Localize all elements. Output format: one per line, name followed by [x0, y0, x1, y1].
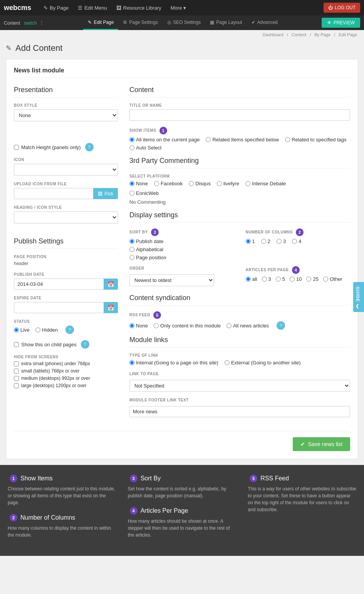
platform-intense-radio[interactable]	[245, 181, 250, 186]
columns-3-radio[interactable]	[277, 239, 282, 244]
nav-edit-menu[interactable]: ☰ Edit Menu	[73, 5, 112, 11]
articles-other-radio[interactable]	[323, 277, 328, 282]
box-style-select[interactable]: None Box 1 Box 2 Box 3	[14, 109, 118, 121]
sort-publish-date-option[interactable]: Publish date	[129, 238, 164, 244]
platform-none-option[interactable]: None	[129, 181, 148, 186]
platform-facebook-option[interactable]: Facebook	[154, 181, 183, 186]
sort-alphabetical-option[interactable]: Alphabetical	[129, 247, 163, 252]
nav-resource-library[interactable]: 🖼 Resource Library	[112, 5, 166, 11]
link-internal-radio[interactable]	[129, 360, 134, 365]
sort-page-position-radio[interactable]	[129, 255, 134, 260]
title-or-name-input[interactable]	[129, 109, 350, 121]
articles-10-option[interactable]: 10	[290, 276, 302, 282]
show-items-all-option[interactable]: All items on the current page	[129, 137, 200, 143]
articles-5-option[interactable]: 5	[276, 276, 285, 282]
show-child-pages-label[interactable]: Show this on child pages ?	[14, 340, 118, 349]
articles-25-option[interactable]: 25	[306, 276, 318, 282]
link-to-page-select[interactable]: Not Specified	[129, 380, 350, 392]
show-items-auto-option[interactable]: Auto Select	[129, 145, 162, 151]
tab-page-settings[interactable]: ⚙ Page Settings	[118, 15, 163, 30]
platform-livefyre-option[interactable]: livefyre	[217, 181, 239, 186]
tab-edit-page[interactable]: ✎ Edit Page	[83, 15, 118, 30]
expire-date-input[interactable]	[14, 302, 104, 313]
switch-link[interactable]: switch	[24, 20, 37, 26]
platform-eonicweb-radio[interactable]	[129, 191, 134, 196]
columns-1-radio[interactable]	[246, 239, 251, 244]
rss-none-option[interactable]: None	[129, 323, 148, 329]
logout-button[interactable]: ⏻ LOG OUT	[324, 3, 360, 13]
hide-medium-checkbox[interactable]	[14, 376, 19, 381]
articles-3-option[interactable]: 3	[262, 276, 271, 282]
tab-advanced[interactable]: ✔ Advanced	[247, 15, 282, 30]
platform-livefyre-radio[interactable]	[217, 181, 222, 186]
match-height-label[interactable]: Match Height (panels only) ?	[14, 143, 118, 151]
rss-none-radio[interactable]	[129, 323, 134, 328]
link-external-radio[interactable]	[225, 360, 230, 365]
upload-icon-input[interactable]	[14, 188, 93, 199]
status-help-button[interactable]: ?	[65, 326, 74, 334]
articles-all-radio[interactable]	[246, 277, 251, 282]
nav-more[interactable]: More ▾	[166, 5, 191, 11]
platform-facebook-radio[interactable]	[154, 181, 159, 186]
content-syndication-header: Content syndication	[129, 294, 350, 305]
tab-page-layout[interactable]: ▦ Page Layout	[205, 15, 247, 30]
rss-all-radio[interactable]	[226, 323, 231, 328]
link-internal-option[interactable]: Internal (Going to a page on this site)	[129, 360, 218, 366]
tab-seo-settings[interactable]: ◎ SEO Settings	[163, 15, 205, 30]
show-items-related-radio[interactable]	[206, 137, 211, 142]
sort-page-position-option[interactable]: Page position	[129, 255, 166, 260]
nav-by-page[interactable]: ✎ By Page	[39, 5, 73, 11]
show-items-all-radio[interactable]	[129, 137, 134, 142]
status-hidden-option[interactable]: Hidden	[35, 327, 58, 333]
save-news-list-button[interactable]: ✔ Save news list	[293, 437, 350, 451]
articles-all-option[interactable]: all	[246, 276, 257, 282]
columns-4-option[interactable]: 4	[292, 238, 301, 244]
match-height-checkbox[interactable]	[14, 145, 19, 150]
rss-module-option[interactable]: Only content in this module	[154, 323, 221, 329]
articles-other-option[interactable]: Other	[323, 276, 342, 282]
hide-extra-small-checkbox[interactable]	[14, 361, 19, 366]
footer-link-text-input[interactable]	[129, 406, 350, 417]
platform-disqus-option[interactable]: Disqus	[189, 181, 211, 186]
publish-date-input[interactable]	[14, 279, 104, 290]
status-live-radio[interactable]	[14, 327, 19, 332]
order-select[interactable]: Newest to oldest Oldest to newest	[129, 274, 214, 286]
preview-button[interactable]: 👁 PREVIEW	[322, 18, 360, 28]
platform-eonicweb-option[interactable]: EonicWeb	[129, 190, 350, 196]
rss-all-option[interactable]: All news articles	[226, 323, 269, 329]
show-child-pages-checkbox[interactable]	[14, 342, 19, 347]
status-live-option[interactable]: Live	[14, 327, 30, 333]
hide-large-checkbox[interactable]	[14, 383, 19, 388]
show-child-pages-help-button[interactable]: ?	[81, 340, 89, 349]
articles-3-radio[interactable]	[262, 277, 267, 282]
articles-5-radio[interactable]	[276, 277, 281, 282]
columns-2-radio[interactable]	[261, 239, 266, 244]
match-height-help-button[interactable]: ?	[85, 143, 94, 151]
publish-date-calendar-button[interactable]: 📅	[104, 279, 118, 290]
show-items-auto-radio[interactable]	[129, 145, 134, 150]
sort-alphabetical-radio[interactable]	[129, 247, 134, 252]
expire-date-calendar-button[interactable]: 📅	[104, 302, 118, 313]
sort-publish-date-radio[interactable]	[129, 239, 134, 244]
hide-small-checkbox[interactable]	[14, 369, 19, 374]
articles-10-radio[interactable]	[290, 277, 295, 282]
heading-icon-style-select[interactable]	[14, 211, 118, 223]
platform-none-radio[interactable]	[129, 181, 134, 186]
status-hidden-radio[interactable]	[35, 327, 40, 332]
show-items-related-option[interactable]: Related Items specified below	[206, 137, 279, 143]
link-external-option[interactable]: External (Going to another site)	[225, 360, 301, 366]
rss-feed-help-button[interactable]: ?	[277, 321, 285, 330]
columns-1-option[interactable]: 1	[246, 238, 255, 244]
platform-intense-option[interactable]: Intense Debate	[245, 181, 286, 186]
columns-3-option[interactable]: 3	[277, 238, 286, 244]
columns-2-option[interactable]: 2	[261, 238, 270, 244]
guide-tab[interactable]: GUIDE	[353, 282, 364, 312]
columns-4-radio[interactable]	[292, 239, 297, 244]
articles-25-radio[interactable]	[306, 277, 311, 282]
pick-button[interactable]: 🖼 Pick	[93, 188, 118, 199]
rss-module-radio[interactable]	[154, 323, 159, 328]
platform-disqus-radio[interactable]	[189, 181, 194, 186]
show-items-tags-option[interactable]: Related to specified tags	[285, 137, 346, 143]
icon-select[interactable]	[14, 164, 118, 176]
show-items-tags-radio[interactable]	[285, 137, 290, 142]
